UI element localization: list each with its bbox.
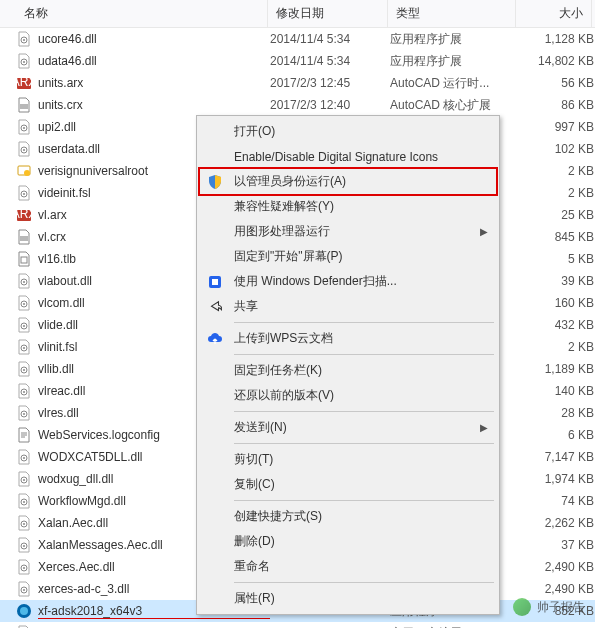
- dll-file-icon: [16, 317, 32, 333]
- dll-file-icon: [16, 383, 32, 399]
- file-row[interactable]: ARXunits.arx2017/2/3 12:45AutoCAD 运行时...…: [0, 72, 595, 94]
- file-name: units.crx: [38, 98, 270, 112]
- file-type: AutoCAD 核心扩展: [390, 97, 518, 114]
- svg-rect-17: [20, 236, 28, 241]
- menu-properties[interactable]: 属性(R): [200, 586, 496, 611]
- svg-point-44: [23, 567, 25, 569]
- file-row[interactable]: ucore46.dll2014/11/4 5:34应用程序扩展1,128 KB: [0, 28, 595, 50]
- file-size: 2 KB: [518, 186, 594, 200]
- arx-file-icon: ARX: [16, 207, 32, 223]
- menu-share[interactable]: 共享: [200, 294, 496, 319]
- txt-file-icon: [16, 427, 32, 443]
- file-size: 86 KB: [518, 98, 594, 112]
- file-row[interactable]: units.crx2017/2/3 12:40AutoCAD 核心扩展86 KB: [0, 94, 595, 116]
- svg-point-3: [23, 61, 25, 63]
- file-size: 56 KB: [518, 76, 594, 90]
- file-date: 2017/2/3 12:40: [270, 98, 390, 112]
- svg-point-30: [23, 391, 25, 393]
- menu-copy[interactable]: 复制(C): [200, 472, 496, 497]
- menu-gpu[interactable]: 用图形处理器运行▶: [200, 219, 496, 244]
- menu-open[interactable]: 打开(O): [200, 119, 496, 144]
- menu-restore[interactable]: 还原以前的版本(V): [200, 383, 496, 408]
- file-name: ucore46.dll: [38, 32, 270, 46]
- menu-sendto[interactable]: 发送到(N)▶: [200, 415, 496, 440]
- svg-text:ARX: ARX: [16, 75, 32, 89]
- share-icon: [206, 298, 224, 316]
- menu-defender[interactable]: 使用 Windows Defender扫描...: [200, 269, 496, 294]
- file-size: 1,128 KB: [518, 32, 594, 46]
- menu-pin-taskbar[interactable]: 固定到任务栏(K): [200, 358, 496, 383]
- svg-point-46: [23, 589, 25, 591]
- file-size: 1,974 KB: [518, 472, 594, 486]
- menu-rename[interactable]: 重命名: [200, 554, 496, 579]
- svg-point-20: [23, 281, 25, 283]
- file-size: 2 KB: [518, 340, 594, 354]
- dll-file-icon: [16, 185, 32, 201]
- watermark-icon: [513, 598, 531, 616]
- file-size: 2,262 KB: [518, 516, 594, 530]
- file-row[interactable]: udata46.dll2014/11/4 5:34应用程序扩展14,802 KB: [0, 50, 595, 72]
- dll-file-icon: [16, 581, 32, 597]
- dll-file-icon: [16, 53, 32, 69]
- file-type: 应用程序扩展: [390, 625, 518, 629]
- file-size: 37 KB: [518, 538, 594, 552]
- file-size: 997 KB: [518, 120, 594, 134]
- menu-signature[interactable]: Enable/Disable Digital Signature Icons: [200, 144, 496, 169]
- svg-point-8: [23, 127, 25, 129]
- header-type[interactable]: 类型: [388, 0, 516, 27]
- svg-point-32: [23, 413, 25, 415]
- dll-file-icon: [16, 295, 32, 311]
- file-type: AutoCAD 运行时...: [390, 75, 518, 92]
- file-name: units.arx: [38, 76, 270, 90]
- menu-separator: [234, 354, 494, 355]
- dll-file-icon: [16, 537, 32, 553]
- svg-point-38: [23, 501, 25, 503]
- file-type: 应用程序扩展: [390, 53, 518, 70]
- file-size: 5 KB: [518, 252, 594, 266]
- svg-rect-6: [20, 104, 28, 109]
- menu-pin-start[interactable]: 固定到"开始"屏幕(P): [200, 244, 496, 269]
- tlb-file-icon: [16, 251, 32, 267]
- svg-point-42: [23, 545, 25, 547]
- dll-file-icon: [16, 471, 32, 487]
- file-size: 7,147 KB: [518, 450, 594, 464]
- header-size[interactable]: 大小: [516, 0, 592, 27]
- header-name[interactable]: 名称: [16, 0, 268, 27]
- menu-run-as-admin[interactable]: 以管理员身份运行(A): [200, 169, 496, 194]
- menu-separator: [234, 500, 494, 501]
- file-size: 2,490 KB: [518, 560, 594, 574]
- dll-file-icon: [16, 361, 32, 377]
- header-date[interactable]: 修改日期: [268, 0, 388, 27]
- dll-file-icon: [16, 141, 32, 157]
- menu-delete[interactable]: 删除(D): [200, 529, 496, 554]
- file-row[interactable]: xirangall-16.dll2016/11/28 8:04应用程序扩展1,1…: [0, 622, 595, 628]
- file-size: 432 KB: [518, 318, 594, 332]
- svg-point-40: [23, 523, 25, 525]
- menu-shortcut[interactable]: 创建快捷方式(S): [200, 504, 496, 529]
- wps-cloud-icon: [206, 330, 224, 348]
- svg-point-10: [23, 149, 25, 151]
- dll-file-icon: [16, 559, 32, 575]
- svg-point-28: [23, 369, 25, 371]
- svg-point-26: [23, 347, 25, 349]
- dll-file-icon: [16, 405, 32, 421]
- menu-cut[interactable]: 剪切(T): [200, 447, 496, 472]
- menu-wps[interactable]: 上传到WPS云文档: [200, 326, 496, 351]
- svg-point-24: [23, 325, 25, 327]
- svg-point-34: [23, 457, 25, 459]
- menu-compat[interactable]: 兼容性疑难解答(Y): [200, 194, 496, 219]
- dll-file-icon: [16, 31, 32, 47]
- file-size: 2,490 KB: [518, 582, 594, 596]
- dll-file-icon: [16, 339, 32, 355]
- file-size: 2 KB: [518, 164, 594, 178]
- file-date: 2014/11/4 5:34: [270, 32, 390, 46]
- dll-file-icon: [16, 493, 32, 509]
- dll-file-icon: [16, 119, 32, 135]
- menu-separator: [234, 411, 494, 412]
- context-menu: 打开(O) Enable/Disable Digital Signature I…: [196, 115, 500, 615]
- svg-text:ARX: ARX: [16, 207, 32, 221]
- svg-point-22: [23, 303, 25, 305]
- dll-file-icon: [16, 449, 32, 465]
- cert-file-icon: [16, 163, 32, 179]
- crx-file-icon: [16, 97, 32, 113]
